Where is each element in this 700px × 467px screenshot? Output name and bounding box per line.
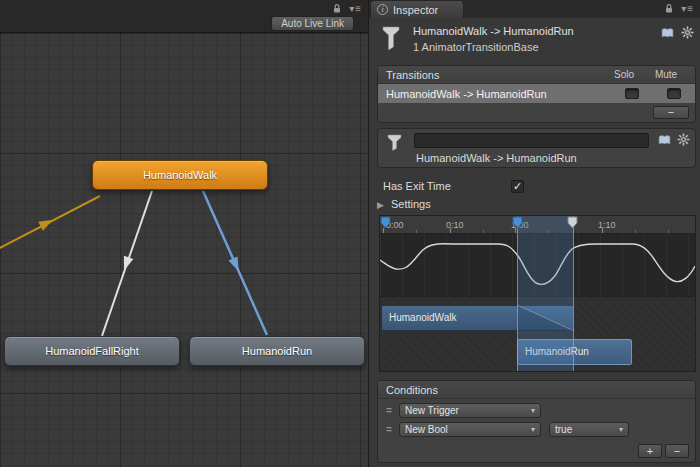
lock-icon[interactable] xyxy=(332,3,342,14)
unity-editor: HumanoidWalk HumanoidFallRight HumanoidR… xyxy=(0,0,700,467)
timeline-ruler[interactable]: 0:00 0:10 1:00 1:10 xyxy=(380,216,695,234)
conditions-footer: + − xyxy=(638,444,689,458)
has-exit-time-row: Has Exit Time ✓ xyxy=(383,180,692,195)
drag-handle-icon[interactable]: = xyxy=(384,405,394,416)
gear-icon[interactable] xyxy=(681,26,694,39)
chevron-down-icon: ▾ xyxy=(531,406,535,415)
header-title: HumanoidWalk -> HumanoidRun xyxy=(413,25,574,37)
state-node-humanoidwalk[interactable]: HumanoidWalk xyxy=(92,160,268,190)
header-subtitle: 1 AnimatorTransitionBase xyxy=(413,41,539,53)
condition-value-dropdown[interactable]: true ▾ xyxy=(549,422,629,437)
has-exit-time-label: Has Exit Time xyxy=(383,180,451,192)
solo-column-header: Solo xyxy=(603,69,645,80)
transition-arrow-walk-to-fallright[interactable] xyxy=(102,191,152,336)
conditions-header: Conditions xyxy=(378,381,695,399)
lock-icon[interactable] xyxy=(664,3,674,14)
transition-arrow-incoming[interactable] xyxy=(0,196,100,253)
condition-parameter-dropdown[interactable]: New Bool ▾ xyxy=(399,422,541,437)
transition-timeline: 0:00 0:10 1:00 1:10 xyxy=(379,215,696,372)
condition-parameter-value: New Trigger xyxy=(405,405,459,416)
clip-bar-humanoidrun[interactable]: HumanoidRun xyxy=(517,339,632,365)
clip-label: HumanoidWalk xyxy=(389,312,456,323)
panel-menu-icon[interactable]: ▾≡ xyxy=(681,3,694,14)
state-node-label: HumanoidWalk xyxy=(143,169,217,181)
transition-icon xyxy=(385,133,405,151)
animator-graph-panel[interactable]: HumanoidWalk HumanoidFallRight HumanoidR… xyxy=(0,0,369,467)
animation-curve xyxy=(380,234,695,296)
transition-row-selected[interactable]: HumanoidWalk -> HumanoidRun xyxy=(378,84,695,103)
playhead-marker[interactable] xyxy=(381,217,390,228)
chevron-down-icon: ▾ xyxy=(531,425,535,434)
settings-label: Settings xyxy=(391,198,431,210)
clip-bar-humanoidwalk[interactable]: HumanoidWalk xyxy=(381,305,574,331)
tab-inspector[interactable]: i Inspector xyxy=(370,0,464,18)
has-exit-time-checkbox[interactable]: ✓ xyxy=(511,180,524,193)
transition-detail: HumanoidWalk -> HumanoidRun xyxy=(377,128,696,168)
transition-arrow-walk-to-run[interactable] xyxy=(203,191,267,335)
drag-handle-icon[interactable]: = xyxy=(384,424,394,435)
chevron-down-icon: ▾ xyxy=(619,425,623,434)
foldout-arrow-icon: ▶ xyxy=(377,200,384,210)
condition-parameter-value: New Bool xyxy=(405,424,448,435)
transition-end-marker[interactable] xyxy=(568,217,577,228)
preview-curve-area xyxy=(380,234,695,296)
condition-value: true xyxy=(555,424,572,435)
inspector-panel: i Inspector ▾≡ HumanoidWalk -> HumanoidR… xyxy=(369,0,700,467)
add-condition-button[interactable]: + xyxy=(638,444,662,458)
help-book-icon[interactable] xyxy=(661,27,674,39)
transition-name-field[interactable] xyxy=(414,133,649,148)
state-node-humanoidrun[interactable]: HumanoidRun xyxy=(189,336,365,366)
panel-menu-icon[interactable]: ▾≡ xyxy=(349,3,362,14)
mute-column-header: Mute xyxy=(645,69,687,80)
state-node-humanoidfallright[interactable]: HumanoidFallRight xyxy=(4,336,180,366)
transition-detail-label: HumanoidWalk -> HumanoidRun xyxy=(416,152,577,164)
transitions-list-header: Transitions Solo Mute xyxy=(378,66,695,84)
remove-transition-button[interactable]: − xyxy=(653,106,689,119)
inspector-tabbar: i Inspector ▾≡ xyxy=(369,0,700,18)
state-node-label: HumanoidRun xyxy=(242,345,312,357)
inspector-icon: i xyxy=(377,4,388,15)
settings-foldout[interactable]: ▶ Settings xyxy=(377,198,431,210)
conditions-box: Conditions = New Trigger ▾ = New Bool ▾ xyxy=(377,380,696,463)
transitions-list: Transitions Solo Mute HumanoidWalk -> Hu… xyxy=(377,65,696,123)
auto-live-link-button[interactable]: Auto Live Link xyxy=(271,16,354,31)
gear-icon[interactable] xyxy=(677,133,690,146)
remove-condition-button[interactable]: − xyxy=(665,444,689,458)
condition-row: = New Bool ▾ true ▾ xyxy=(384,421,689,438)
clip-label: HumanoidRun xyxy=(525,346,589,357)
help-book-icon[interactable] xyxy=(658,134,671,146)
transition-icon xyxy=(379,23,403,53)
check-icon: ✓ xyxy=(513,180,522,192)
transitions-title: Transitions xyxy=(386,69,439,81)
condition-row: = New Trigger ▾ xyxy=(384,402,689,419)
transition-arrows xyxy=(0,0,369,467)
transitions-list-footer: − xyxy=(378,103,695,122)
conditions-title: Conditions xyxy=(386,384,438,396)
inspector-header: HumanoidWalk -> HumanoidRun 1 AnimatorTr… xyxy=(375,21,696,63)
mute-toggle[interactable] xyxy=(667,88,681,99)
condition-parameter-dropdown[interactable]: New Trigger ▾ xyxy=(399,403,541,418)
state-node-label: HumanoidFallRight xyxy=(45,345,139,357)
tab-label: Inspector xyxy=(393,4,438,16)
transition-start-marker[interactable] xyxy=(513,217,522,228)
transition-row-label: HumanoidWalk -> HumanoidRun xyxy=(386,88,547,100)
solo-toggle[interactable] xyxy=(625,88,639,99)
clip-track-area: HumanoidWalk HumanoidRun xyxy=(380,296,695,371)
